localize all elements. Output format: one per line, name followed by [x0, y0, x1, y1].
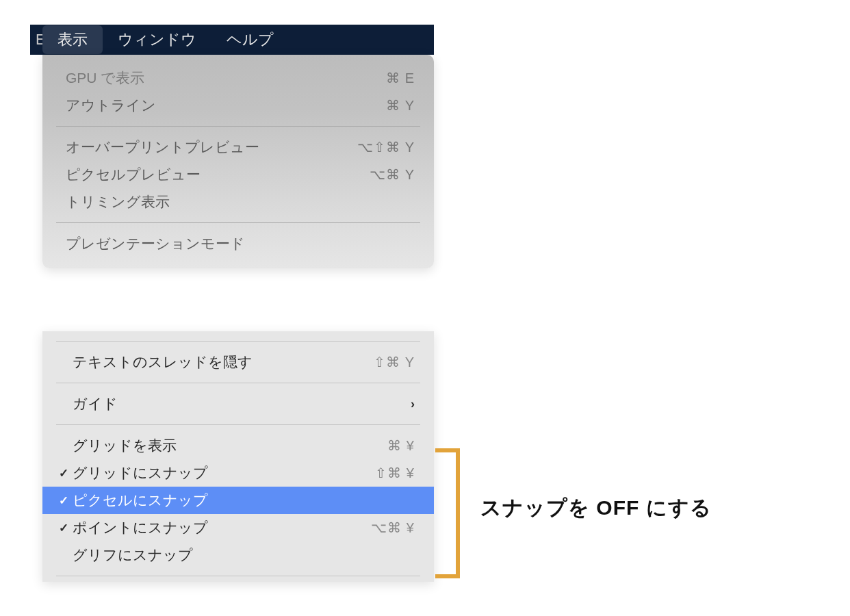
- menu-item-presentation-mode[interactable]: プレゼンテーションモード: [42, 230, 434, 257]
- menu-item-gpu-preview[interactable]: GPU で表示 ⌘ E: [42, 64, 434, 92]
- menubar-item-help[interactable]: ヘルプ: [211, 25, 289, 54]
- menu-item-label: GPU で表示: [66, 68, 386, 88]
- menu-section: テキストのスレッドを隠す ⇧⌘ Y: [42, 344, 434, 380]
- menu-item-label: グリフにスナップ: [71, 546, 415, 565]
- menu-item-label: アウトライン: [66, 96, 386, 115]
- menu-divider: [56, 126, 420, 127]
- menu-item-shortcut: ⇧⌘ Y: [374, 354, 415, 370]
- menu-item-overprint-preview[interactable]: オーバープリントプレビュー ⌥⇧⌘ Y: [42, 133, 434, 161]
- menu-section: プレゼンテーションモード: [42, 226, 434, 261]
- menu-item-snap-to-grid[interactable]: ✓ グリッドにスナップ ⇧⌘ ¥: [42, 459, 434, 487]
- menu-item-guides[interactable]: ガイド ›: [42, 390, 434, 418]
- menu-section: GPU で表示 ⌘ E アウトライン ⌘ Y: [42, 60, 434, 123]
- menu-item-shortcut: ⌥⇧⌘ Y: [357, 139, 415, 155]
- menu-item-label: プレゼンテーションモード: [66, 234, 415, 253]
- view-menu-dropdown-lower: テキストのスレッドを隠す ⇧⌘ Y ガイド › グリッドを表示 ⌘ ¥ ✓ グリ…: [42, 331, 434, 582]
- menu-item-snap-to-point[interactable]: ✓ ポイントにスナップ ⌥⌘ ¥: [42, 514, 434, 541]
- menu-item-shortcut: ⌘ ¥: [387, 437, 415, 454]
- menu-item-snap-to-glyph[interactable]: グリフにスナップ: [42, 541, 434, 569]
- chevron-right-icon: ›: [411, 397, 415, 411]
- menu-divider: [56, 341, 420, 342]
- annotation-text: スナップを OFF にする: [480, 494, 712, 522]
- menu-item-hide-text-threads[interactable]: テキストのスレッドを隠す ⇧⌘ Y: [42, 348, 434, 376]
- menubar-item-view[interactable]: 表示: [42, 25, 103, 54]
- check-icon: ✓: [56, 493, 71, 508]
- menu-item-label: オーバープリントプレビュー: [66, 138, 357, 157]
- menu-divider: [56, 576, 420, 576]
- menu-divider: [56, 424, 420, 425]
- check-icon: ✓: [56, 521, 71, 535]
- menu-item-trim-view[interactable]: トリミング表示: [42, 188, 434, 216]
- menu-item-label: トリミング表示: [66, 192, 415, 211]
- menu-item-label: グリッドを表示: [71, 436, 387, 455]
- menu-item-shortcut: ⇧⌘ ¥: [375, 465, 415, 481]
- menu-item-label: ガイド: [71, 394, 411, 413]
- menu-item-shortcut: ⌥⌘ Y: [370, 166, 415, 183]
- menu-section: ガイド ›: [42, 386, 434, 422]
- menu-item-snap-to-pixel[interactable]: ✓ ピクセルにスナップ: [42, 487, 434, 514]
- view-menu-dropdown: GPU で表示 ⌘ E アウトライン ⌘ Y オーバープリントプレビュー ⌥⇧⌘…: [42, 55, 434, 268]
- check-icon: ✓: [56, 466, 71, 480]
- menu-item-pixel-preview[interactable]: ピクセルプレビュー ⌥⌘ Y: [42, 161, 434, 188]
- menu-item-shortcut: ⌘ Y: [386, 97, 415, 114]
- menubar-crop-hint: E: [36, 31, 42, 49]
- menubar-item-window[interactable]: ウィンドウ: [103, 25, 211, 54]
- menu-item-label: テキストのスレッドを隠す: [71, 352, 374, 372]
- menu-item-label: ポイントにスナップ: [71, 518, 371, 537]
- menu-divider: [56, 222, 420, 223]
- menu-item-outline[interactable]: アウトライン ⌘ Y: [42, 92, 434, 119]
- menu-item-label: ピクセルにスナップ: [71, 491, 415, 510]
- menu-section: グリッドを表示 ⌘ ¥ ✓ グリッドにスナップ ⇧⌘ ¥ ✓ ピクセルにスナップ…: [42, 428, 434, 573]
- menu-item-label: グリッドにスナップ: [71, 463, 375, 483]
- annotation-bracket: [435, 448, 460, 578]
- menu-divider: [56, 383, 420, 383]
- menu-item-shortcut: ⌘ E: [386, 70, 415, 86]
- menu-item-label: ピクセルプレビュー: [66, 165, 370, 184]
- menu-item-show-grid[interactable]: グリッドを表示 ⌘ ¥: [42, 432, 434, 459]
- menu-item-shortcut: ⌥⌘ ¥: [371, 519, 415, 536]
- menubar: E 表示 ウィンドウ ヘルプ: [30, 25, 434, 55]
- menu-section: オーバープリントプレビュー ⌥⇧⌘ Y ピクセルプレビュー ⌥⌘ Y トリミング…: [42, 129, 434, 220]
